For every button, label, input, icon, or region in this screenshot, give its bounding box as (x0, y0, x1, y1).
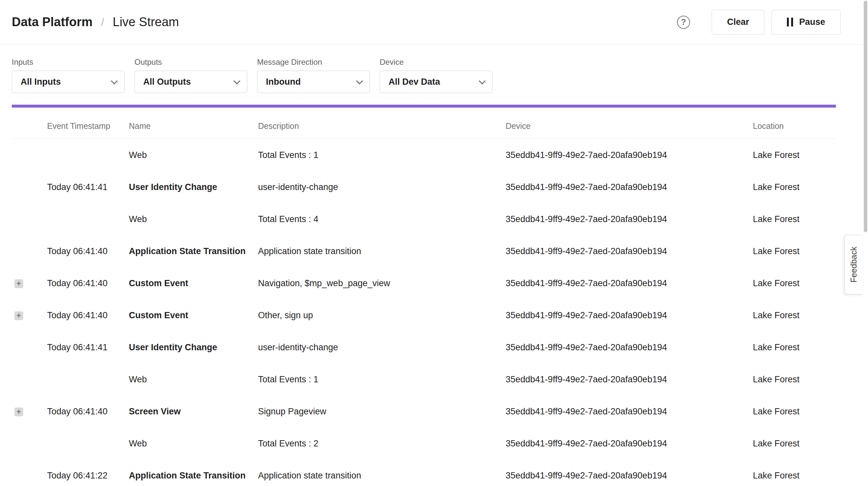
event-name: User Identity Change (129, 342, 258, 353)
event-location: Lake Forest (753, 470, 836, 481)
device-dropdown[interactable]: All Dev Data (380, 71, 493, 93)
feedback-tab[interactable]: Feedback (844, 235, 863, 294)
event-timestamp: Today 06:41:40 (47, 406, 129, 417)
event-description: Total Events : 1 (258, 374, 506, 385)
expand-cell: + (12, 406, 47, 417)
pause-button[interactable]: Pause (772, 10, 840, 35)
event-name: Application State Transition (129, 246, 258, 256)
breadcrumb-bar: Data Platform / Live Stream (12, 15, 179, 29)
event-name: Web (129, 214, 258, 224)
table-row[interactable]: + Web Total Events : 4 35eddb41-9ff9-49e… (12, 203, 836, 235)
filter-message-direction: Message Direction Inbound (257, 58, 370, 93)
table-row[interactable]: + Today 06:41:40 Custom Event Other, sig… (12, 299, 836, 331)
event-device: 35eddb41-9ff9-49e2-7aed-20afa90eb194 (506, 406, 753, 417)
clear-button[interactable]: Clear (712, 10, 765, 35)
outputs-dropdown[interactable]: All Outputs (134, 71, 247, 93)
event-name: Custom Event (129, 310, 258, 321)
event-device: 35eddb41-9ff9-49e2-7aed-20afa90eb194 (506, 214, 753, 224)
event-device: 35eddb41-9ff9-49e2-7aed-20afa90eb194 (506, 182, 753, 192)
table-row[interactable]: + Web Total Events : 2 35eddb41-9ff9-49e… (12, 427, 836, 459)
event-location: Lake Forest (753, 278, 836, 288)
event-location: Lake Forest (753, 150, 836, 160)
table-row[interactable]: + Today 06:41:41 User Identity Change us… (12, 331, 836, 363)
table-row[interactable]: + Today 06:41:22 Application State Trans… (12, 459, 836, 486)
table-row[interactable]: + Today 06:41:41 User Identity Change us… (12, 171, 836, 203)
event-description: user-identity-change (258, 342, 506, 353)
event-description: Application state transition (258, 470, 506, 481)
help-icon[interactable]: ? (677, 16, 690, 29)
expand-icon[interactable]: + (14, 311, 23, 320)
event-timestamp: Today 06:41:41 (47, 182, 129, 192)
event-location: Lake Forest (753, 406, 836, 417)
expand-cell: + (12, 470, 47, 481)
expand-cell: + (12, 150, 47, 160)
expand-cell: + (12, 214, 47, 224)
column-header-device[interactable]: Device (506, 121, 753, 131)
event-name: Custom Event (129, 278, 258, 288)
table-row[interactable]: + Web Total Events : 1 35eddb41-9ff9-49e… (12, 139, 836, 171)
table-row[interactable]: + Today 06:41:40 Screen View Signup Page… (12, 395, 836, 427)
header: Data Platform / Live Stream ? Clear Paus… (0, 0, 868, 44)
page-title: Live Stream (113, 15, 179, 29)
column-header-timestamp[interactable]: Event Timestamp (47, 121, 129, 131)
event-device: 35eddb41-9ff9-49e2-7aed-20afa90eb194 (506, 310, 753, 321)
filter-outputs: Outputs All Outputs (134, 58, 247, 93)
event-location: Lake Forest (753, 374, 836, 385)
scrollbar-thumb[interactable] (864, 1, 867, 232)
event-timestamp: Today 06:41:41 (47, 342, 129, 353)
event-location: Lake Forest (753, 342, 836, 353)
event-device: 35eddb41-9ff9-49e2-7aed-20afa90eb194 (506, 438, 753, 449)
expand-cell: + (12, 438, 47, 449)
table-row[interactable]: + Web Total Events : 1 35eddb41-9ff9-49e… (12, 363, 836, 395)
chevron-down-icon (356, 78, 363, 84)
expand-icon[interactable]: + (14, 279, 23, 288)
event-location: Lake Forest (753, 438, 836, 449)
event-description: Total Events : 4 (258, 214, 506, 224)
event-timestamp: Today 06:41:22 (47, 470, 129, 481)
event-device: 35eddb41-9ff9-49e2-7aed-20afa90eb194 (506, 342, 753, 353)
filter-message-direction-label: Message Direction (257, 58, 370, 67)
table-row[interactable]: + Today 06:41:40 Application State Trans… (12, 235, 836, 267)
event-description: Navigation, $mp_web_page_view (258, 278, 506, 288)
chevron-down-icon (234, 78, 240, 84)
chevron-down-icon (479, 78, 486, 84)
filter-inputs-label: Inputs (12, 58, 125, 67)
event-description: Total Events : 1 (258, 150, 506, 160)
expand-cell: + (12, 342, 47, 353)
scrollbar[interactable] (863, 0, 868, 486)
event-description: Signup Pageview (258, 406, 506, 417)
event-timestamp: Today 06:41:40 (47, 310, 129, 321)
inputs-dropdown[interactable]: All Inputs (12, 71, 125, 93)
column-header-name[interactable]: Name (129, 121, 258, 131)
pause-label: Pause (799, 17, 825, 27)
event-description: Application state transition (258, 246, 506, 256)
header-actions: ? Clear Pause (677, 10, 840, 35)
event-name: Web (129, 150, 258, 160)
event-description: Other, sign up (258, 310, 506, 321)
event-location: Lake Forest (753, 246, 836, 256)
event-name: User Identity Change (129, 182, 258, 192)
message-direction-dropdown[interactable]: Inbound (257, 71, 370, 93)
event-location: Lake Forest (753, 182, 836, 192)
accent-bar (12, 105, 836, 108)
table-body: + Web Total Events : 1 35eddb41-9ff9-49e… (12, 139, 836, 486)
filter-device-label: Device (380, 58, 493, 67)
event-timestamp: Today 06:41:40 (47, 246, 129, 256)
filters-bar: Inputs All Inputs Outputs All Outputs Me… (0, 44, 868, 93)
filter-outputs-label: Outputs (134, 58, 247, 67)
event-location: Lake Forest (753, 214, 836, 224)
pause-icon (787, 18, 793, 27)
event-name: Web (129, 438, 258, 449)
event-device: 35eddb41-9ff9-49e2-7aed-20afa90eb194 (506, 374, 753, 385)
table-row[interactable]: + Today 06:41:40 Custom Event Navigation… (12, 267, 836, 299)
events-table: Event Timestamp Name Description Device … (0, 108, 868, 486)
table-header-row: Event Timestamp Name Description Device … (12, 108, 836, 139)
event-device: 35eddb41-9ff9-49e2-7aed-20afa90eb194 (506, 246, 753, 256)
breadcrumb[interactable]: Data Platform (12, 15, 93, 29)
filter-device: Device All Dev Data (380, 58, 493, 93)
column-header-location[interactable]: Location (753, 121, 836, 131)
column-header-description[interactable]: Description (258, 121, 506, 131)
event-name: Screen View (129, 406, 258, 417)
expand-icon[interactable]: + (14, 407, 23, 416)
inputs-dropdown-value: All Inputs (21, 77, 61, 87)
